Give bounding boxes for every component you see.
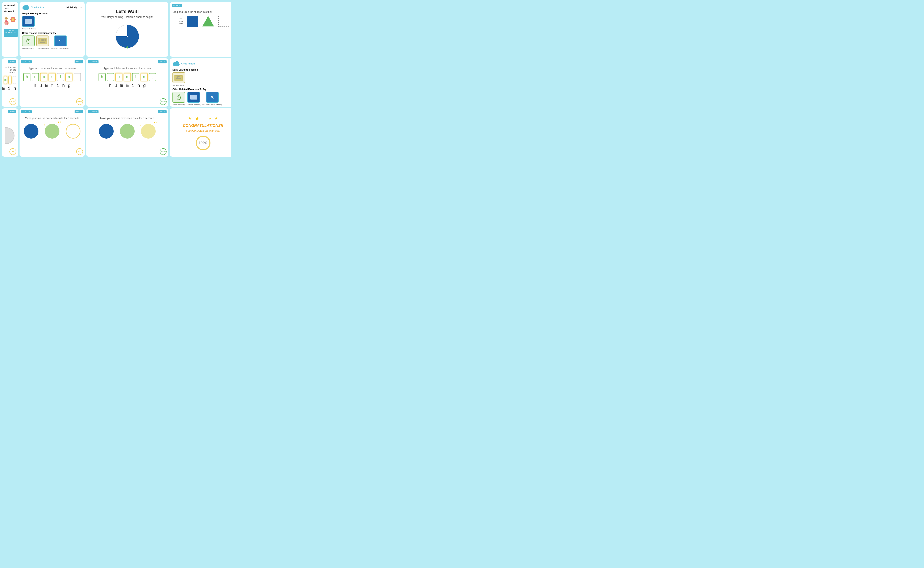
lets-wait-card: Let's Wait! Your Daily Learning Session …: [86, 2, 168, 57]
svg-point-13: [12, 18, 14, 21]
menu-icon[interactable]: ≡: [80, 6, 82, 9]
help-button[interactable]: HELP: [158, 110, 166, 113]
wc-m1: m: [45, 83, 48, 88]
cursor-icon: ↖: [59, 38, 62, 44]
wc-g: g: [68, 83, 71, 88]
svg-rect-26: [42, 39, 43, 40]
char-m: m: [2, 86, 5, 91]
related-mouse[interactable]: Mouse Proficiency: [22, 35, 35, 49]
lb2-h: h: [98, 73, 106, 81]
go-home-label: GO TO HOMEPAGE →: [6, 30, 16, 36]
related-title: Other Related Exercises To Try: [22, 32, 82, 34]
related-title-2: Other Related Exercises To Try: [172, 88, 231, 91]
session-card: ☁ Cloud Autism Hi, Mindy ! ≡ Daily Learn…: [20, 2, 85, 57]
wc-u: u: [39, 83, 42, 88]
monitor-screen-2: [190, 95, 197, 100]
circle-yellow[interactable]: ★ ★ ★: [141, 124, 156, 139]
wc2-n: n: [138, 83, 140, 88]
help-button[interactable]: HELP: [74, 110, 83, 113]
back-button[interactable]: ← BACK: [88, 60, 98, 63]
mouse-icon-box-2[interactable]: [172, 92, 185, 103]
svg-line-3: [8, 23, 9, 24]
typing-instruction: Type each letter as it shows on the scre…: [22, 67, 82, 70]
svg-rect-32: [43, 40, 44, 41]
back-button[interactable]: ← BACK: [21, 60, 32, 63]
letter-box-m: m: [4, 76, 7, 84]
stickers-row: [4, 15, 16, 27]
svg-rect-34: [40, 42, 45, 42]
letter-box-empty: [13, 76, 16, 84]
svg-point-53: [178, 94, 179, 95]
drag-instruction: Drag and Drop the shapes into their: [172, 11, 231, 14]
fine-motor-label-2: Fine Motor Control Proficiency: [203, 104, 222, 106]
keyboard-icon-box[interactable]: [36, 35, 49, 47]
lb2-m2: m: [124, 73, 131, 81]
related-mouse-2[interactable]: Mouse Proficiency: [172, 92, 185, 106]
lb-m2: m: [48, 73, 56, 81]
wc-m2: m: [51, 83, 53, 88]
lb-empty: [74, 73, 81, 81]
lb2-g: g: [149, 73, 156, 81]
mouse-instruction-2: Move your mouse over each circle for 3 s…: [89, 117, 166, 120]
back-button[interactable]: ← BACK: [21, 110, 32, 113]
help-button[interactable]: HELP: [158, 60, 166, 63]
circle-green[interactable]: ★ ★ ★: [45, 124, 59, 139]
circle-dark-blue-2[interactable]: [99, 124, 113, 139]
lb-n: n: [65, 73, 73, 81]
score-badge: 42: [9, 148, 16, 155]
cursor-icon-box[interactable]: ↖: [54, 35, 67, 47]
dashed-square-shape[interactable]: [218, 16, 229, 27]
session-card-2: Cloud Autism Hi, Mind Daily Learning Ses…: [170, 58, 231, 107]
congrats-title: CONGRATULATIONS!!: [183, 124, 223, 128]
circle-dark-blue[interactable]: [24, 124, 38, 139]
computer-proficiency-icon-box[interactable]: [22, 16, 35, 27]
back-button[interactable]: ← BACK: [172, 4, 182, 7]
related-typing[interactable]: Typing Proficiency: [36, 35, 49, 49]
star-icon-4: ★: [214, 115, 218, 121]
svg-rect-31: [42, 40, 43, 41]
svg-rect-48: [175, 77, 177, 78]
lb-h: h: [23, 73, 30, 81]
cloud-autism-logo: ☁: [22, 5, 30, 11]
go-home-button[interactable]: GO TO HOMEPAGE →: [4, 29, 18, 37]
circle-green-2[interactable]: [120, 124, 135, 139]
solid-triangle-shape[interactable]: [202, 16, 214, 26]
svg-rect-25: [41, 39, 42, 40]
mouse-card-2: ← BACK HELP Move your mouse over each ci…: [86, 108, 168, 157]
start-here-area: ⌐ StartHere: [179, 16, 183, 25]
star-icon-2: ★: [195, 115, 200, 122]
typing-label: Typing Proficiency: [37, 48, 49, 49]
progress-value: 100%: [199, 141, 207, 145]
flower-sticker-icon: [10, 15, 16, 24]
greeting-text: Hi, Mindy !: [67, 6, 79, 9]
solid-square-shape[interactable]: [187, 16, 198, 27]
monitor-icon-box-2[interactable]: [188, 92, 200, 103]
mouse-icon-box[interactable]: [22, 35, 35, 47]
related-fine-motor-2[interactable]: ↖ Fine Motor Control Proficiency: [203, 92, 222, 106]
cursor-icon-box-2[interactable]: ↖: [206, 92, 219, 103]
svg-rect-50: [176, 78, 181, 79]
daily-exercise-label-2: Typing Proficiency: [172, 85, 184, 86]
help-button[interactable]: HELP: [8, 110, 16, 113]
svg-rect-42: [173, 64, 179, 66]
logo-text-2: Cloud Autism: [181, 63, 195, 65]
back-button[interactable]: ← BACK: [88, 110, 98, 113]
daily-exercise-label: Computer Proficiency: [22, 28, 36, 30]
related-computer-2[interactable]: Computer Proficiency: [187, 92, 201, 106]
help-button[interactable]: HELP: [74, 60, 83, 63]
lb2-n: n: [141, 73, 148, 81]
circle-white[interactable]: [66, 124, 80, 139]
svg-point-37: [126, 47, 129, 48]
partial-mouse-card: HELP 42: [2, 108, 18, 157]
score-badge: 89%: [9, 98, 16, 105]
help-button[interactable]: HELP: [8, 60, 16, 63]
related-fine-motor[interactable]: ↖ Fine Motor Control Proficiency: [51, 35, 70, 49]
svg-rect-46: [178, 76, 179, 77]
typing-icon-box[interactable]: [172, 72, 185, 83]
svg-rect-44: [175, 76, 177, 77]
wc-n: n: [62, 83, 65, 88]
keyboard-2: [174, 75, 183, 81]
score-badge-2: 100%: [160, 148, 166, 155]
wc2-h: h: [109, 83, 112, 88]
fine-motor-label: Fine Motor Control Proficiency: [51, 48, 70, 49]
